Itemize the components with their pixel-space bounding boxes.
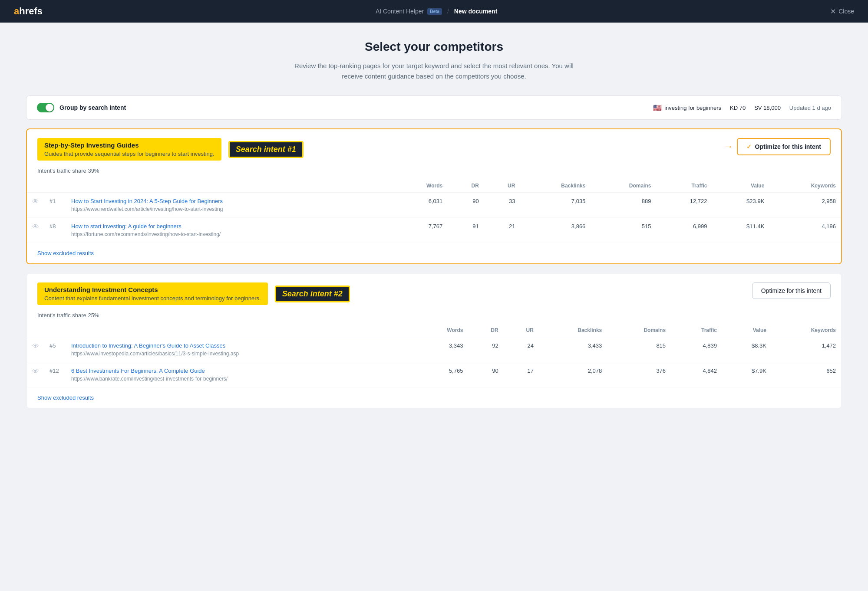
- row-domains-3: 815: [607, 337, 671, 362]
- col-dr: DR: [448, 179, 484, 193]
- col-domains: Domains: [607, 324, 671, 337]
- table-row: 👁 #12 6 Best Investments For Beginners: …: [27, 362, 841, 387]
- optimize-label-2: Optimize for this intent: [761, 287, 822, 294]
- show-excluded-2[interactable]: Show excluded results: [27, 387, 104, 408]
- traffic-share-2: Intent's traffic share 25%: [27, 312, 841, 324]
- row-title-3: Introduction to Investing: A Beginner's …: [66, 337, 416, 362]
- header-separator: /: [447, 8, 449, 15]
- table-header-1: Words DR UR Backlinks Domains Traffic Va…: [27, 179, 841, 193]
- result-link-1[interactable]: How to Start Investing in 2024: A 5-Step…: [71, 198, 389, 204]
- intent-header-2: Understanding Investment Concepts Conten…: [27, 274, 841, 312]
- intent-header-right-1: → ✓ Optimize for this intent: [724, 138, 831, 155]
- search-intent-badge-2: Search intent #2: [275, 286, 350, 302]
- optimize-button-2[interactable]: Optimize for this intent: [752, 282, 831, 299]
- row-ur-4: 17: [504, 362, 539, 387]
- col-title: [66, 324, 416, 337]
- row-words-4: 5,765: [416, 362, 468, 387]
- row-rank-1: #1: [44, 193, 66, 218]
- logo-a: a: [14, 6, 19, 16]
- intent-title-badge-2: Understanding Investment Concepts Conten…: [37, 282, 268, 305]
- page-title: Select your competitors: [26, 40, 842, 54]
- row-eye-2: 👁: [27, 218, 44, 243]
- logo-rest: hrefs: [19, 6, 43, 16]
- row-ur-2: 21: [484, 218, 521, 243]
- intent-header-1: Step-by-Step Investing Guides Guides tha…: [27, 129, 841, 167]
- row-rank-3: #5: [44, 337, 66, 362]
- row-traffic-3: 4,839: [671, 337, 722, 362]
- row-dr-2: 91: [448, 218, 484, 243]
- result-url-3: https://www.investopedia.com/articles/ba…: [71, 351, 239, 357]
- page-title-section: Select your competitors Review the top-r…: [26, 40, 842, 82]
- toggle-label: Group by search intent: [59, 104, 126, 111]
- close-button[interactable]: ✕ Close: [830, 7, 854, 16]
- row-backlinks-3: 3,433: [539, 337, 607, 362]
- sv-value: SV 18,000: [754, 105, 781, 111]
- row-value-4: $7.9K: [722, 362, 772, 387]
- result-url-2: https://fortune.com/recommends/investing…: [71, 231, 221, 237]
- col-backlinks: Backlinks: [520, 179, 591, 193]
- result-url-1: https://www.nerdwallet.com/article/inves…: [71, 206, 223, 212]
- intent-header-right-2: Optimize for this intent: [752, 282, 831, 299]
- row-value-3: $8.3K: [722, 337, 772, 362]
- group-by-intent-toggle[interactable]: [37, 103, 54, 112]
- filter-right: 🇺🇸 investing for beginners KD 70 SV 18,0…: [653, 104, 831, 112]
- intent-title-1: Step-by-Step Investing Guides: [44, 141, 215, 149]
- eye-icon[interactable]: 👁: [32, 368, 39, 375]
- col-value: Value: [712, 179, 769, 193]
- eye-icon[interactable]: 👁: [32, 223, 39, 230]
- row-ur-3: 24: [504, 337, 539, 362]
- col-words: Words: [394, 179, 448, 193]
- app-header: ahrefs AI Content Helper Beta / New docu…: [0, 0, 868, 23]
- intent-title-2: Understanding Investment Concepts: [44, 286, 261, 293]
- keyword-name: investing for beginners: [664, 105, 721, 111]
- table-row: 👁 #8 How to start investing: A guide for…: [27, 218, 841, 243]
- results-table-1: Words DR UR Backlinks Domains Traffic Va…: [27, 179, 841, 243]
- col-eye: [27, 179, 44, 193]
- close-label: Close: [838, 8, 854, 15]
- main-content: Select your competitors Review the top-r…: [0, 23, 868, 435]
- row-dr-1: 90: [448, 193, 484, 218]
- beta-badge: Beta: [427, 8, 442, 15]
- result-link-4[interactable]: 6 Best Investments For Beginners: A Comp…: [71, 368, 411, 374]
- row-title-1: How to Start Investing in 2024: A 5-Step…: [66, 193, 394, 218]
- row-traffic-4: 4,842: [671, 362, 722, 387]
- intent-title-area-2: Understanding Investment Concepts Conten…: [37, 282, 350, 305]
- row-title-4: 6 Best Investments For Beginners: A Comp…: [66, 362, 416, 387]
- table-header-2: Words DR UR Backlinks Domains Traffic Va…: [27, 324, 841, 337]
- traffic-share-1: Intent's traffic share 39%: [27, 167, 841, 179]
- row-rank-2: #8: [44, 218, 66, 243]
- row-words-1: 6,031: [394, 193, 448, 218]
- row-value-1: $23.9K: [712, 193, 769, 218]
- row-domains-1: 889: [591, 193, 656, 218]
- optimize-button-1[interactable]: ✓ Optimize for this intent: [737, 138, 831, 155]
- row-keywords-4: 652: [772, 362, 841, 387]
- doc-name: New document: [454, 8, 498, 15]
- row-domains-4: 376: [607, 362, 671, 387]
- col-title: [66, 179, 394, 193]
- row-eye-4: 👁: [27, 362, 44, 387]
- country-flag: 🇺🇸: [653, 104, 662, 112]
- col-value: Value: [722, 324, 772, 337]
- show-excluded-1[interactable]: Show excluded results: [27, 243, 104, 263]
- result-link-2[interactable]: How to start investing: A guide for begi…: [71, 223, 389, 230]
- row-traffic-2: 6,999: [656, 218, 712, 243]
- eye-icon[interactable]: 👁: [32, 198, 39, 205]
- row-value-2: $11.4K: [712, 218, 769, 243]
- result-link-3[interactable]: Introduction to Investing: A Beginner's …: [71, 342, 411, 349]
- row-backlinks-4: 2,078: [539, 362, 607, 387]
- col-domains: Domains: [591, 179, 656, 193]
- col-ur: UR: [504, 324, 539, 337]
- row-domains-2: 515: [591, 218, 656, 243]
- row-backlinks-2: 3,866: [520, 218, 591, 243]
- col-backlinks: Backlinks: [539, 324, 607, 337]
- intent-desc-1: Guides that provide sequential steps for…: [44, 151, 215, 157]
- page-subtitle: Review the top-ranking pages for your ta…: [287, 61, 582, 82]
- table-row: 👁 #5 Introduction to Investing: A Beginn…: [27, 337, 841, 362]
- app-name: AI Content Helper: [376, 8, 424, 15]
- eye-icon[interactable]: 👁: [32, 342, 39, 350]
- row-rank-4: #12: [44, 362, 66, 387]
- col-eye: [27, 324, 44, 337]
- row-keywords-2: 4,196: [769, 218, 841, 243]
- arrow-icon: →: [724, 141, 733, 152]
- filter-left: Group by search intent: [37, 103, 126, 112]
